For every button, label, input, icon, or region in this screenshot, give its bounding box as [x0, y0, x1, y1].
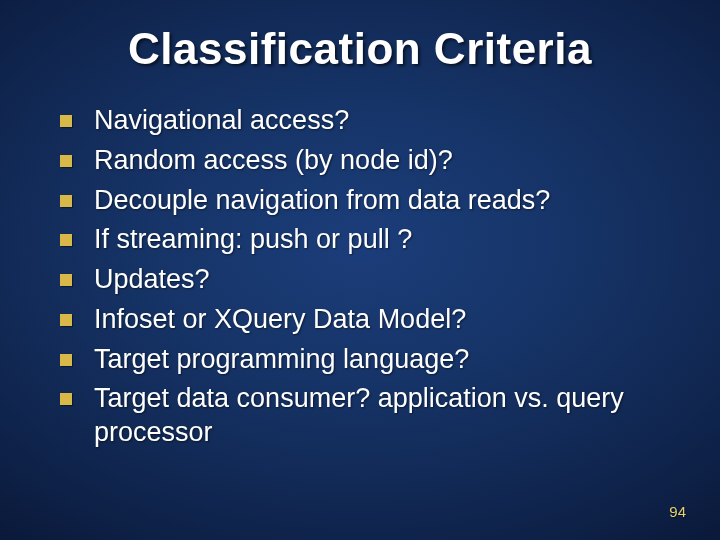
- square-bullet-icon: [60, 234, 72, 246]
- list-item: Random access (by node id)?: [60, 144, 670, 178]
- list-item: Target programming language?: [60, 343, 670, 377]
- bullet-text: Random access (by node id)?: [94, 144, 453, 178]
- bullet-text: If streaming: push or pull ?: [94, 223, 412, 257]
- bullet-text: Target programming language?: [94, 343, 469, 377]
- bullet-text: Decouple navigation from data reads?: [94, 184, 550, 218]
- square-bullet-icon: [60, 115, 72, 127]
- bullet-text: Updates?: [94, 263, 210, 297]
- square-bullet-icon: [60, 314, 72, 326]
- list-item: Decouple navigation from data reads?: [60, 184, 670, 218]
- square-bullet-icon: [60, 155, 72, 167]
- bullet-text: Navigational access?: [94, 104, 349, 138]
- bullet-text: Target data consumer? application vs. qu…: [94, 382, 670, 450]
- list-item: Target data consumer? application vs. qu…: [60, 382, 670, 450]
- page-number: 94: [669, 503, 686, 520]
- list-item: Updates?: [60, 263, 670, 297]
- square-bullet-icon: [60, 393, 72, 405]
- square-bullet-icon: [60, 354, 72, 366]
- square-bullet-icon: [60, 195, 72, 207]
- slide-title: Classification Criteria: [0, 0, 720, 94]
- list-item: If streaming: push or pull ?: [60, 223, 670, 257]
- slide: Classification Criteria Navigational acc…: [0, 0, 720, 540]
- list-item: Navigational access?: [60, 104, 670, 138]
- square-bullet-icon: [60, 274, 72, 286]
- slide-body: Navigational access? Random access (by n…: [0, 94, 720, 450]
- bullet-text: Infoset or XQuery Data Model?: [94, 303, 466, 337]
- list-item: Infoset or XQuery Data Model?: [60, 303, 670, 337]
